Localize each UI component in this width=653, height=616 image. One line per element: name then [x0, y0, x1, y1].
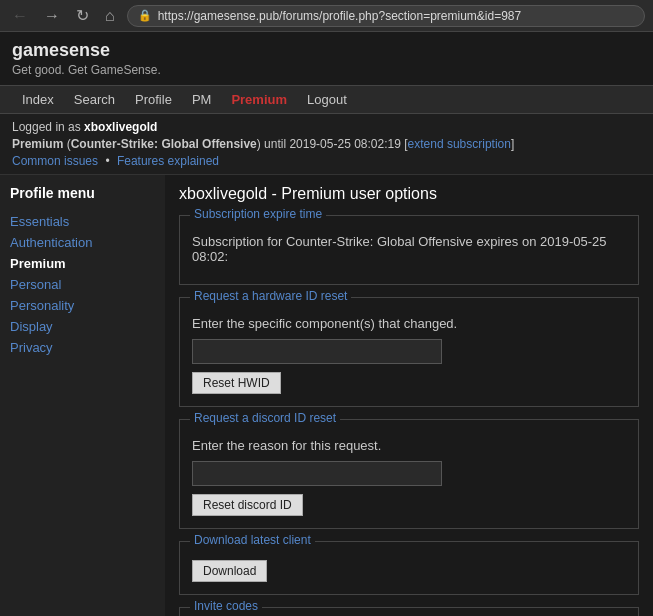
nav-index[interactable]: Index: [12, 86, 64, 113]
nav-search[interactable]: Search: [64, 86, 125, 113]
subscription-legend: Subscription expire time: [190, 207, 326, 221]
features-explained-link[interactable]: Features explained: [117, 154, 219, 168]
hwid-section: Request a hardware ID reset Enter the sp…: [179, 297, 639, 407]
logged-in-prefix: Logged in as: [12, 120, 84, 134]
hwid-input[interactable]: [192, 339, 442, 364]
nav-premium[interactable]: Premium: [221, 86, 297, 113]
sidebar-item-essentials[interactable]: Essentials: [10, 211, 155, 232]
download-legend: Download latest client: [190, 533, 315, 547]
discord-section: Request a discord ID reset Enter the rea…: [179, 419, 639, 529]
browser-toolbar: ← → ↻ ⌂ 🔒 https://gamesense.pub/forums/p…: [0, 0, 653, 32]
reset-discord-button[interactable]: Reset discord ID: [192, 494, 303, 516]
sidebar-title: Profile menu: [10, 185, 155, 201]
invite-section: Invite codes You have no unused invitati…: [179, 607, 639, 616]
logo-text: gamesense: [12, 40, 110, 60]
sidebar-item-premium[interactable]: Premium: [10, 253, 155, 274]
premium-game: Counter-Strike: Global Offensive: [71, 137, 257, 151]
hwid-text: Enter the specific component(s) that cha…: [192, 316, 626, 331]
common-issues-link[interactable]: Common issues: [12, 154, 98, 168]
site-logo: gamesense: [12, 40, 641, 61]
discord-input[interactable]: [192, 461, 442, 486]
invite-legend: Invite codes: [190, 599, 262, 613]
hwid-legend: Request a hardware ID reset: [190, 289, 351, 303]
site-header: gamesense Get good. Get GameSense.: [0, 32, 653, 85]
download-section: Download latest client Download: [179, 541, 639, 595]
sidebar-item-display[interactable]: Display: [10, 316, 155, 337]
discord-text: Enter the reason for this request.: [192, 438, 626, 453]
reset-hwid-button[interactable]: Reset HWID: [192, 372, 281, 394]
url-text: https://gamesense.pub/forums/profile.php…: [158, 9, 522, 23]
sidebar-item-personality[interactable]: Personality: [10, 295, 155, 316]
sidebar: Profile menu Essentials Authentication P…: [0, 175, 165, 616]
sidebar-item-personal[interactable]: Personal: [10, 274, 155, 295]
content-area: xboxlivegold - Premium user options Subs…: [165, 175, 653, 616]
login-bar: Logged in as xboxlivegold Premium (Count…: [0, 114, 653, 175]
nav-bar: Index Search Profile PM Premium Logout: [0, 85, 653, 114]
bracket-close: ]: [511, 137, 514, 151]
nav-logout[interactable]: Logout: [297, 86, 357, 113]
address-bar[interactable]: 🔒 https://gamesense.pub/forums/profile.p…: [127, 5, 645, 27]
home-button[interactable]: ⌂: [101, 5, 119, 27]
content-title: xboxlivegold - Premium user options: [179, 185, 639, 203]
back-button[interactable]: ←: [8, 5, 32, 27]
premium-paren-close: ): [257, 137, 264, 151]
sidebar-item-authentication[interactable]: Authentication: [10, 232, 155, 253]
nav-pm[interactable]: PM: [182, 86, 222, 113]
subscription-section: Subscription expire time Subscription fo…: [179, 215, 639, 285]
until-text: until 2019-05-25 08:02:19: [264, 137, 401, 151]
extend-subscription-link[interactable]: extend subscription: [408, 137, 511, 151]
subscription-text: Subscription for Counter-Strike: Global …: [192, 234, 626, 264]
logged-in-username: xboxlivegold: [84, 120, 157, 134]
sidebar-item-privacy[interactable]: Privacy: [10, 337, 155, 358]
reload-button[interactable]: ↻: [72, 4, 93, 27]
download-button[interactable]: Download: [192, 560, 267, 582]
premium-label: Premium: [12, 137, 63, 151]
nav-profile[interactable]: Profile: [125, 86, 182, 113]
forward-button[interactable]: →: [40, 5, 64, 27]
lock-icon: 🔒: [138, 9, 152, 22]
main-layout: Profile menu Essentials Authentication P…: [0, 175, 653, 616]
site-tagline: Get good. Get GameSense.: [12, 63, 641, 77]
discord-legend: Request a discord ID reset: [190, 411, 340, 425]
separator-dot: •: [105, 154, 109, 168]
